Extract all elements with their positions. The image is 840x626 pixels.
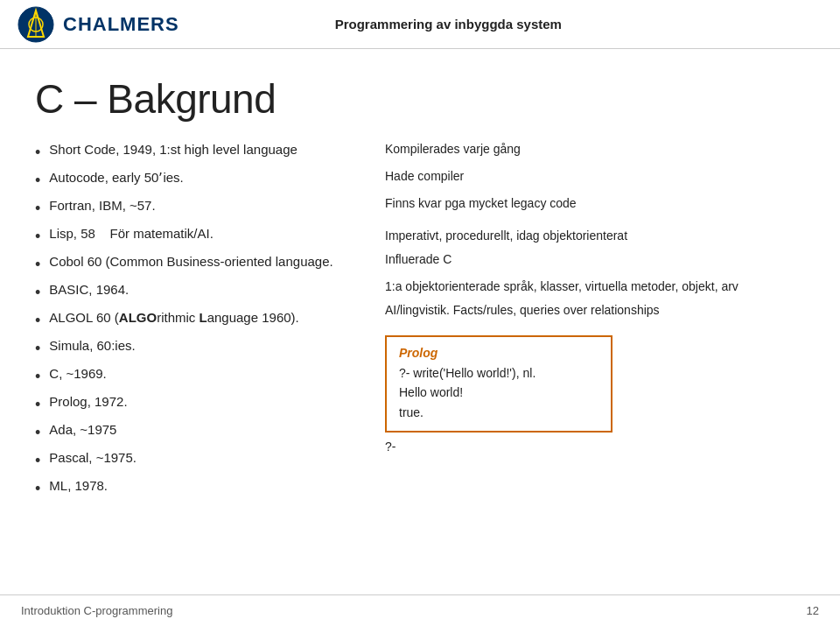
left-column: • Short Code, 1949, 1:st high level lang…: [35, 140, 368, 504]
list-item: • Autocode, early 50ʼies.: [35, 168, 368, 193]
prolog-line2: Hello world!: [399, 383, 598, 402]
list-item: • Prolog, 1972.: [35, 392, 368, 417]
footer-left: Introduktion C-programmering: [21, 604, 172, 617]
item-text: C, ~1969.: [49, 364, 106, 384]
main-content: C – Bakgrund • Short Code, 1949, 1:st hi…: [0, 49, 840, 522]
list-item: • Ada, ~1975: [35, 420, 368, 445]
prolog-code-content: ?- write('Hello world!'), nl. Hello worl…: [399, 363, 598, 422]
bullet-icon: •: [35, 309, 40, 333]
list-item: • ALGOL 60 (ALGOrithmic Language 1960).: [35, 308, 368, 333]
header: CHALMERS Programmering av inbyggda syste…: [0, 0, 840, 49]
item-text: Autocode, early 50ʼies.: [49, 168, 183, 188]
annotation-note7: AI/lingvistik. Facts/rules, queries over…: [385, 301, 805, 320]
note4-text: Imperativt, procedurellt, idag objektori…: [385, 229, 627, 243]
item-text: BASIC, 1964.: [49, 280, 129, 300]
list-item: • Simula, 60:ies.: [35, 336, 368, 361]
item-text: ML, 1978.: [49, 476, 108, 496]
item-text: Cobol 60 (Common Business-oriented langu…: [49, 252, 332, 272]
item-text: Simula, 60:ies.: [49, 336, 135, 356]
annotation-note4: Imperativt, procedurellt, idag objektori…: [385, 227, 805, 245]
item-text: Pascal, ~1975.: [49, 448, 136, 468]
list-item: • Pascal, ~1975.: [35, 448, 368, 473]
chalmers-title: CHALMERS: [63, 13, 179, 36]
right-column: Kompilerades varje gång Hade compiler Fi…: [368, 140, 805, 504]
note7-text: AI/lingvistik. Facts/rules, queries over…: [385, 303, 660, 317]
list-item: • ML, 1978.: [35, 476, 368, 501]
chalmers-logo: [18, 6, 54, 43]
bullet-icon: •: [35, 253, 40, 277]
slide-title: C – Bakgrund: [35, 75, 805, 123]
header-subtitle: Programmering av inbyggda system: [335, 17, 562, 32]
prolog-line3: true.: [399, 403, 598, 422]
list-item: • Fortran, IBM, ~57.: [35, 196, 368, 221]
prolog-box-title: Prolog: [399, 346, 598, 360]
bullet-icon: •: [35, 141, 40, 165]
bullet-icon: •: [35, 337, 40, 361]
bullet-icon: •: [35, 169, 40, 193]
list-item: • Lisp, 58 För matematik/AI.: [35, 224, 368, 249]
footer: Introduktion C-programmering 12: [0, 594, 840, 626]
list-item: • C, ~1969.: [35, 364, 368, 389]
bullet-icon: •: [35, 477, 40, 501]
item-text: ALGOL 60 (ALGOrithmic Language 1960).: [49, 308, 298, 328]
prolog-code-box: Prolog ?- write('Hello world!'), nl. Hel…: [385, 335, 612, 433]
item-text: Fortran, IBM, ~57.: [49, 196, 155, 216]
note6-text: 1:a objektorienterade språk, klasser, vi…: [385, 279, 738, 293]
item-text: Lisp, 58 För matematik/AI.: [49, 224, 214, 244]
bullet-icon: •: [35, 449, 40, 473]
annotation-note3: Finns kvar pga mycket legacy code: [385, 194, 805, 213]
list-item: • BASIC, 1964.: [35, 280, 368, 305]
content-area: • Short Code, 1949, 1:st high level lang…: [35, 140, 805, 504]
bullet-list: • Short Code, 1949, 1:st high level lang…: [35, 140, 368, 501]
item-text: Prolog, 1972.: [49, 392, 127, 412]
bullet-icon: •: [35, 197, 40, 221]
prolog-line1: ?- write('Hello world!'), nl.: [399, 363, 598, 383]
list-item: • Cobol 60 (Common Business-oriented lan…: [35, 252, 368, 277]
item-text: Ada, ~1975: [49, 420, 116, 440]
logo-area: CHALMERS: [18, 6, 179, 43]
list-item: • Short Code, 1949, 1:st high level lang…: [35, 140, 368, 165]
note2-text: Hade compiler: [385, 169, 464, 183]
bullet-icon: •: [35, 421, 40, 445]
note1-text: Kompilerades varje gång: [385, 142, 521, 156]
item-text: Short Code, 1949, 1:st high level langua…: [49, 140, 298, 160]
footer-right: 12: [807, 604, 819, 617]
annotation-note2: Hade compiler: [385, 167, 805, 186]
bullet-icon: •: [35, 225, 40, 249]
note3-text: Finns kvar pga mycket legacy code: [385, 196, 577, 210]
annotation-note1: Kompilerades varje gång: [385, 140, 805, 158]
annotation-note5: Influerade C: [385, 250, 805, 269]
bullet-icon: •: [35, 365, 40, 389]
annotation-note6: 1:a objektorienterade språk, klasser, vi…: [385, 278, 805, 296]
note5-text: Influerade C: [385, 252, 452, 266]
bullet-icon: •: [35, 281, 40, 305]
bullet-icon: •: [35, 393, 40, 417]
prolog-prompt: ?-: [385, 440, 805, 454]
